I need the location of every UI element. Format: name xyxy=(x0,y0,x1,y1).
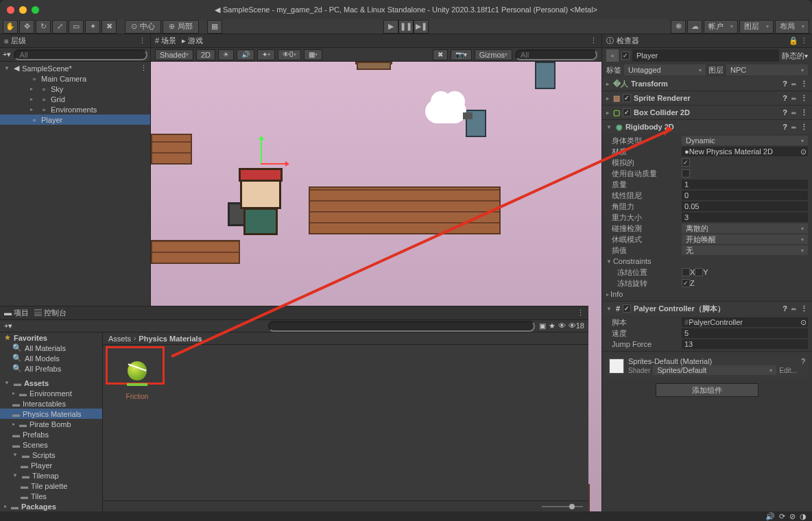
project-tab[interactable]: ▬ 项目 xyxy=(4,308,29,318)
favorite-icon[interactable]: ★ xyxy=(549,322,556,330)
pc-enabled[interactable]: ✓ xyxy=(623,304,631,313)
rect-tool[interactable]: ▭ xyxy=(69,20,84,34)
move-tool[interactable]: ✥ xyxy=(19,20,34,34)
folder-item[interactable]: ▸▬Pirate Bomb xyxy=(0,419,102,429)
account-dropdown[interactable]: 帐户 xyxy=(704,20,738,34)
status-icon[interactable]: ◑ xyxy=(800,512,807,521)
linear-drag-field[interactable]: 0 xyxy=(682,191,808,200)
hierarchy-item[interactable]: ▸▫Sky xyxy=(0,84,150,94)
tool-icon[interactable]: ✖ xyxy=(433,49,448,60)
gameobject-name-field[interactable]: Player xyxy=(632,49,779,62)
bc-enabled[interactable]: ✓ xyxy=(623,108,631,117)
help-icon[interactable]: ? xyxy=(801,357,805,365)
add-component-button[interactable]: 添加组件 xyxy=(656,383,759,397)
space-toggle[interactable]: ⊕局部 xyxy=(163,20,199,34)
collision-dropdown[interactable]: 离散的 xyxy=(682,223,808,233)
step-button[interactable]: ▶❚ xyxy=(414,20,429,34)
info-label[interactable]: Info xyxy=(610,290,686,298)
game-tab[interactable]: ▸ 游戏 xyxy=(182,36,203,46)
hidden-icon[interactable]: 👁 xyxy=(558,322,566,330)
grid-toggle[interactable]: ▦ xyxy=(304,49,322,60)
folder-item[interactable]: ▸▬Environment xyxy=(0,388,102,398)
hidden-toggle[interactable]: 👁0 xyxy=(278,49,301,60)
pivot-toggle[interactable]: ⊙中心 xyxy=(125,20,161,34)
shaded-dropdown[interactable]: Shaded xyxy=(155,49,193,60)
status-icon[interactable]: ⟳ xyxy=(779,512,785,521)
sleep-dropdown[interactable]: 开始唤醒 xyxy=(682,234,808,244)
mass-field[interactable]: 1 xyxy=(682,180,808,189)
size-slider[interactable] xyxy=(542,506,583,507)
layer-dropdown[interactable]: NPC xyxy=(726,64,808,75)
layers-dropdown[interactable]: 图层 xyxy=(739,20,774,34)
layout-dropdown[interactable]: 布局 xyxy=(775,20,809,34)
gizmos-dropdown[interactable]: Gizmos xyxy=(475,49,512,60)
player-controller-header[interactable]: ▼# ✓ Palyer Controller（脚本）?⎓⋮ xyxy=(602,302,812,315)
lighting-toggle[interactable]: ☀ xyxy=(218,49,234,60)
edit-button[interactable]: Edit... xyxy=(779,367,797,374)
status-icon[interactable]: 🔊 xyxy=(765,512,775,521)
folder-item[interactable]: ▬Tile palette xyxy=(0,481,102,491)
hand-tool[interactable]: ✋ xyxy=(3,20,18,34)
tag-dropdown[interactable]: Untagged xyxy=(624,64,706,75)
speed-field[interactable]: 5 xyxy=(682,328,808,338)
pause-button[interactable]: ❚❚ xyxy=(398,20,414,34)
angular-drag-field[interactable]: 0.05 xyxy=(682,202,808,211)
folder-item[interactable]: ▬Player xyxy=(0,460,102,470)
play-button[interactable]: ▶ xyxy=(383,20,398,34)
auto-mass-checkbox[interactable] xyxy=(682,169,690,178)
custom-tool[interactable]: ✖ xyxy=(102,20,117,34)
breadcrumb[interactable]: Assets › Physics Materials xyxy=(103,332,588,345)
material-field[interactable]: ●New Physics Material 2D⊙ xyxy=(682,147,808,156)
hierarchy-item[interactable]: ▸▫Grid xyxy=(0,94,150,104)
packages-folder[interactable]: ▸▬Packages xyxy=(0,501,102,511)
sr-enabled[interactable]: ✓ xyxy=(623,94,631,102)
hierarchy-item[interactable]: ▫Main Camera xyxy=(0,73,150,84)
constraints-label[interactable]: Constraints xyxy=(613,257,689,265)
folder-item[interactable]: ▬Scenes xyxy=(0,439,102,450)
box-collider-header[interactable]: ▸▢ ✓ Box Collider 2D?⎓⋮ xyxy=(602,106,812,119)
interpolate-dropdown[interactable]: 无 xyxy=(682,245,808,255)
fx-toggle[interactable]: ✦ xyxy=(257,49,275,60)
help-icon[interactable]: ? xyxy=(783,80,787,88)
status-icon[interactable]: ⊘ xyxy=(789,512,796,521)
shader-dropdown[interactable]: Sprites/Default xyxy=(653,365,776,375)
freeze-x-checkbox[interactable] xyxy=(682,268,690,276)
favorite-item[interactable]: 🔍All Models xyxy=(0,353,102,363)
snap-tool[interactable]: ▦ xyxy=(207,20,222,34)
body-type-dropdown[interactable]: Dynamic xyxy=(682,136,808,145)
folder-item-selected[interactable]: ▬Physics Materials xyxy=(0,409,102,419)
preset-icon[interactable]: ⎓ xyxy=(791,80,796,88)
favorite-item[interactable]: 🔍All Materials xyxy=(0,343,102,353)
menu-icon[interactable]: ⋮ xyxy=(800,80,808,88)
simulated-checkbox[interactable]: ✓ xyxy=(682,158,690,167)
create-icon[interactable]: +▾ xyxy=(3,50,11,59)
project-search[interactable] xyxy=(268,321,535,332)
favorites-folder[interactable]: ★Favorites xyxy=(0,332,102,343)
folder-item[interactable]: ▬Tiles xyxy=(0,491,102,501)
assets-folder[interactable]: ▼▬Assets xyxy=(0,378,102,388)
freeze-y-checkbox[interactable] xyxy=(695,268,703,276)
sprite-renderer-header[interactable]: ▸▨ ✓ Sprite Renderer?⎓⋮ xyxy=(602,91,812,105)
transform-tool[interactable]: ✦ xyxy=(85,20,100,34)
transform-component-header[interactable]: ▸�人 Transform?⎓⋮ xyxy=(602,77,812,90)
scene-root[interactable]: ▼◀ SampleScene*⋮ xyxy=(0,63,150,73)
active-checkbox[interactable]: ✓ xyxy=(621,51,630,60)
folder-item[interactable]: ▬Prefabs xyxy=(0,429,102,439)
console-tab[interactable]: ▤ 控制台 xyxy=(34,308,67,318)
collab-icon[interactable]: ❋ xyxy=(671,20,686,34)
hierarchy-item[interactable]: ▸▫Environments xyxy=(0,104,150,114)
scale-tool[interactable]: ⤢ xyxy=(52,20,67,34)
hierarchy-item-selected[interactable]: ▫Player xyxy=(0,114,150,125)
rigidbody-header[interactable]: ▼◉ Rigidbody 2D?⎓⋮ xyxy=(602,120,812,134)
scene-search[interactable] xyxy=(515,49,597,60)
2d-toggle[interactable]: 2D xyxy=(196,49,215,60)
rotate-tool[interactable]: ↻ xyxy=(36,20,51,34)
camera-icon[interactable]: 📷▾ xyxy=(451,49,472,60)
create-asset-icon[interactable]: +▾ xyxy=(4,322,12,330)
audio-toggle[interactable]: 🔊 xyxy=(237,49,254,60)
folder-item[interactable]: ▬Interactables xyxy=(0,398,102,409)
asset-tile[interactable]: Friction xyxy=(110,352,165,400)
filter-icon[interactable]: ▣ xyxy=(539,322,546,330)
folder-item[interactable]: ▼▬Scripts xyxy=(0,450,102,460)
jump-field[interactable]: 13 xyxy=(682,339,808,349)
